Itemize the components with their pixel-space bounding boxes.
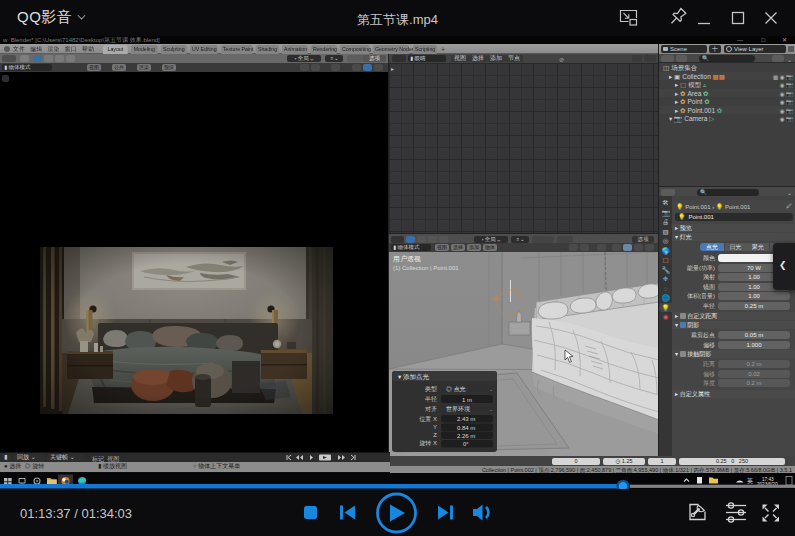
svg-text:0.84 m: 0.84 m xyxy=(457,425,475,431)
svg-text:⌄: ⌄ xyxy=(489,386,493,392)
svg-text:◎ 点光: ◎ 点光 xyxy=(446,386,466,393)
svg-text:类型: 类型 xyxy=(425,385,437,393)
svg-text:世界环境: 世界环境 xyxy=(446,405,470,413)
svg-text:位置 X: 位置 X xyxy=(419,416,437,422)
svg-text:⌄: ⌄ xyxy=(489,406,493,412)
svg-text:旋转 X: 旋转 X xyxy=(419,440,437,447)
svg-text:▾ 添加点光: ▾ 添加点光 xyxy=(398,373,430,381)
svg-text:(1) Collection | Point.001: (1) Collection | Point.001 xyxy=(393,265,459,271)
svg-text:Z: Z xyxy=(433,432,437,438)
svg-text:用户透视: 用户透视 xyxy=(393,255,421,263)
svg-text:2.43 m: 2.43 m xyxy=(457,416,475,422)
svg-text:0°: 0° xyxy=(463,441,469,447)
svg-text:对齐: 对齐 xyxy=(425,405,437,412)
svg-text:1 m: 1 m xyxy=(462,397,472,403)
svg-text:半径: 半径 xyxy=(424,396,437,402)
svg-text:Y: Y xyxy=(433,424,437,430)
svg-text:2.26 m: 2.26 m xyxy=(457,433,475,439)
